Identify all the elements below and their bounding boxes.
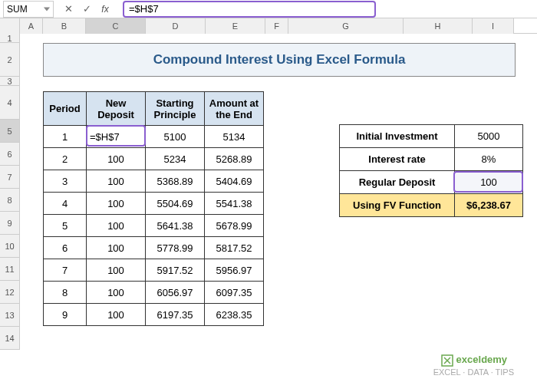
select-all-corner[interactable] bbox=[0, 18, 20, 34]
table-row: 71005917.525956.97 bbox=[44, 259, 264, 282]
cell[interactable]: 5268.89 bbox=[205, 148, 264, 170]
col-header-b[interactable]: B bbox=[43, 18, 86, 34]
cell[interactable]: 5404.69 bbox=[205, 170, 264, 193]
col-amount-end: Amount at the End bbox=[205, 92, 264, 126]
table-row: 41005504.695541.38 bbox=[44, 193, 264, 215]
cell[interactable]: 100 bbox=[87, 282, 146, 304]
row-header-8[interactable]: 8 bbox=[0, 189, 20, 212]
cell[interactable]: 5234 bbox=[146, 148, 205, 170]
cell[interactable]: 5817.52 bbox=[205, 237, 264, 259]
row-header-13[interactable]: 13 bbox=[0, 304, 20, 327]
confirm-icon[interactable]: ✓ bbox=[78, 2, 95, 16]
formula-input[interactable]: =$H$7 bbox=[118, 2, 532, 17]
col-starting-principle: Starting Principle bbox=[146, 92, 205, 126]
col-header-h[interactable]: H bbox=[404, 18, 473, 34]
cell[interactable]: 5678.99 bbox=[205, 215, 264, 237]
cell[interactable]: 4 bbox=[44, 193, 87, 215]
table-row: Using FV Function$6,238.67 bbox=[340, 194, 523, 217]
cell[interactable]: 5917.52 bbox=[146, 259, 205, 282]
cell[interactable]: 5956.97 bbox=[205, 259, 264, 282]
cell[interactable]: 5100 bbox=[146, 126, 205, 148]
cell[interactable]: 100 bbox=[87, 304, 146, 326]
fx-icon[interactable]: fx bbox=[97, 2, 114, 16]
cell[interactable]: 5 bbox=[44, 215, 87, 237]
col-header-c[interactable]: C bbox=[86, 18, 146, 34]
page-title: Compound Interest Using Excel Formula bbox=[43, 43, 516, 77]
col-new-deposit: New Deposit bbox=[87, 92, 146, 126]
row-header-12[interactable]: 12 bbox=[0, 281, 20, 304]
table-row: 91006197.356238.35 bbox=[44, 304, 264, 326]
row-header-4[interactable]: 4 bbox=[0, 86, 20, 120]
table-row: 61005778.995817.52 bbox=[44, 237, 264, 259]
cell[interactable]: 9 bbox=[44, 304, 87, 326]
row-header-5[interactable]: 5 bbox=[0, 120, 20, 143]
cell[interactable]: 7 bbox=[44, 259, 87, 282]
logo-brand: exceldemy bbox=[456, 354, 508, 365]
cell[interactable]: 100 bbox=[87, 193, 146, 215]
cell[interactable]: 2 bbox=[44, 148, 87, 170]
table-row: 1=$H$751005134 bbox=[44, 126, 264, 148]
cell[interactable]: 5541.38 bbox=[205, 193, 264, 215]
cell[interactable]: 6197.35 bbox=[146, 304, 205, 326]
table-row: Initial Investment5000 bbox=[340, 125, 523, 148]
row-header-7[interactable]: 7 bbox=[0, 166, 20, 189]
row-header-9[interactable]: 9 bbox=[0, 212, 20, 235]
formula-highlight: =$H$7 bbox=[123, 1, 376, 18]
row-header-11[interactable]: 11 bbox=[0, 258, 20, 281]
formula-bar: SUM ✕ ✓ fx =$H$7 bbox=[0, 0, 537, 18]
table-header-row: Period New Deposit Starting Principle Am… bbox=[44, 92, 264, 126]
cell[interactable]: 8 bbox=[44, 282, 87, 304]
spreadsheet-grid: ABCDEFGHI 1234567891011121314 Compound I… bbox=[0, 18, 537, 350]
name-box[interactable]: SUM bbox=[3, 1, 54, 18]
col-header-a[interactable]: A bbox=[20, 18, 43, 34]
cancel-icon[interactable]: ✕ bbox=[60, 2, 77, 16]
col-header-g[interactable]: G bbox=[288, 18, 404, 34]
column-headers: ABCDEFGHI bbox=[0, 18, 537, 34]
col-header-i[interactable]: I bbox=[473, 18, 514, 34]
label-interest-rate: Interest rate bbox=[340, 148, 455, 171]
table-row: 51005641.385678.99 bbox=[44, 215, 264, 237]
cell[interactable]: 3 bbox=[44, 170, 87, 193]
cell-area[interactable]: Compound Interest Using Excel Formula Pe… bbox=[20, 34, 537, 350]
logo-tagline: EXCEL · DATA · TIPS bbox=[433, 367, 514, 377]
table-row: Interest rate8% bbox=[340, 148, 523, 171]
cell[interactable]: 100 bbox=[87, 259, 146, 282]
cell[interactable]: 5641.38 bbox=[146, 215, 205, 237]
col-header-d[interactable]: D bbox=[146, 18, 206, 34]
parameters-table: Initial Investment5000 Interest rate8% R… bbox=[339, 124, 523, 217]
cell[interactable]: 5134 bbox=[205, 126, 264, 148]
label-initial-investment: Initial Investment bbox=[340, 125, 455, 148]
table-row: 81006056.976097.35 bbox=[44, 282, 264, 304]
value-initial-investment[interactable]: 5000 bbox=[455, 125, 523, 148]
cell[interactable]: 100 bbox=[87, 148, 146, 170]
cell[interactable]: 1 bbox=[44, 126, 87, 148]
table-row: 210052345268.89 bbox=[44, 148, 264, 170]
value-regular-deposit[interactable]: 100 bbox=[455, 171, 523, 194]
cell[interactable]: 6056.97 bbox=[146, 282, 205, 304]
cell[interactable]: 100 bbox=[87, 237, 146, 259]
cell[interactable]: 100 bbox=[87, 170, 146, 193]
cell[interactable]: 5778.99 bbox=[146, 237, 205, 259]
cell[interactable]: 6 bbox=[44, 237, 87, 259]
label-regular-deposit: Regular Deposit bbox=[340, 171, 455, 194]
col-header-f[interactable]: F bbox=[265, 18, 288, 34]
col-period: Period bbox=[44, 92, 87, 126]
cell[interactable]: 5368.89 bbox=[146, 170, 205, 193]
cell[interactable]: 5504.69 bbox=[146, 193, 205, 215]
cell[interactable]: =$H$7 bbox=[87, 126, 146, 148]
table-row: 31005368.895404.69 bbox=[44, 170, 264, 193]
row-header-2[interactable]: 2 bbox=[0, 43, 20, 77]
label-fv-function: Using FV Function bbox=[340, 194, 455, 217]
value-interest-rate[interactable]: 8% bbox=[455, 148, 523, 171]
data-table: Period New Deposit Starting Principle Am… bbox=[43, 91, 264, 326]
row-header-10[interactable]: 10 bbox=[0, 235, 20, 258]
col-header-e[interactable]: E bbox=[206, 18, 265, 34]
row-header-6[interactable]: 6 bbox=[0, 143, 20, 166]
row-header-1[interactable]: 1 bbox=[0, 34, 20, 43]
value-fv-function[interactable]: $6,238.67 bbox=[455, 194, 523, 217]
row-header-14[interactable]: 14 bbox=[0, 327, 20, 350]
cell[interactable]: 100 bbox=[87, 215, 146, 237]
cell[interactable]: 6097.35 bbox=[205, 282, 264, 304]
cell[interactable]: 6238.35 bbox=[205, 304, 264, 326]
row-header-3[interactable]: 3 bbox=[0, 77, 20, 86]
